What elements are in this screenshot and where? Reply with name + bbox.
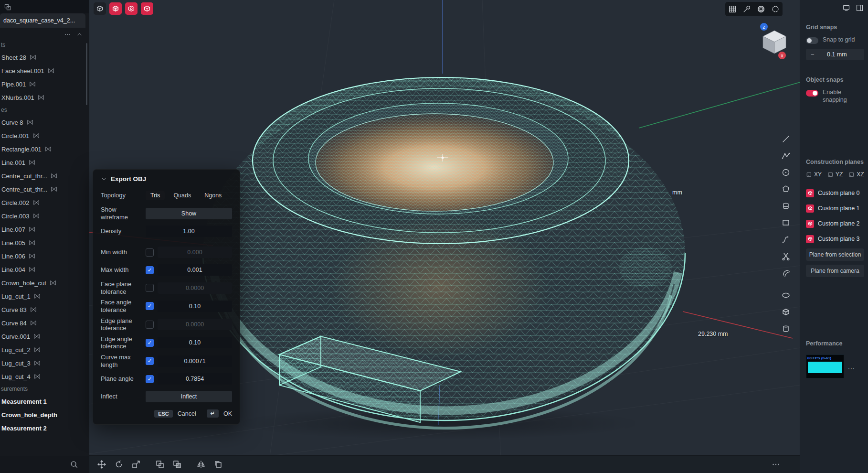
layout-button[interactable]	[855, 3, 864, 12]
list-item[interactable]: Circle.003	[0, 209, 89, 223]
navigation-cube[interactable]: z x	[759, 22, 793, 59]
viewport-settings-button[interactable]	[94, 2, 106, 15]
topology-option-tris[interactable]: Tris	[146, 191, 165, 200]
tools-button[interactable]	[741, 3, 752, 15]
performance-more-button[interactable]: ...	[848, 363, 855, 370]
cylinder-tool-button[interactable]	[779, 322, 793, 336]
box-tool-button[interactable]	[779, 305, 793, 319]
list-item[interactable]: Line.004	[0, 263, 89, 276]
base-plane-xz[interactable]: XZ	[848, 171, 864, 178]
face-angle-tolerance-checkbox[interactable]: ✓	[146, 302, 154, 310]
plane-angle-input[interactable]: 0.7854	[158, 373, 232, 385]
topology-option-quads[interactable]: Quads	[169, 191, 196, 200]
grid-step-stepper[interactable]: − 0.1 mm	[806, 49, 864, 60]
duplicate-button[interactable]	[211, 457, 225, 472]
list-item[interactable]: Circle.002	[0, 196, 89, 209]
list-item[interactable]: Lug_cut_1	[0, 290, 89, 303]
face-plane-tolerance-input[interactable]: 0.0000	[158, 282, 232, 294]
list-item[interactable]: Rectangle.001	[0, 142, 89, 156]
boolean-union-button[interactable]	[153, 457, 167, 472]
list-item[interactable]: Line.001	[0, 156, 89, 169]
chevron-down-icon[interactable]	[101, 176, 107, 182]
rectangle-tool-button[interactable]	[779, 215, 793, 230]
face-angle-tolerance-input[interactable]: 0.10	[158, 301, 232, 312]
list-item[interactable]: Lug_cut_4	[0, 370, 89, 383]
density-input[interactable]: 1.00	[146, 226, 232, 237]
snap-circle-button[interactable]	[770, 3, 781, 15]
scrollbar[interactable]	[86, 43, 87, 105]
chevron-up-icon[interactable]	[76, 30, 83, 37]
show-wireframe-button[interactable]: Show	[146, 208, 232, 219]
line-tool-button[interactable]	[779, 132, 793, 146]
edge-angle-tolerance-input[interactable]: 0.10	[158, 337, 232, 348]
app-icon[interactable]	[4, 3, 11, 11]
list-item[interactable]: Curve 8	[0, 116, 89, 129]
decrement-button[interactable]: −	[811, 51, 815, 58]
rotate-tool-button[interactable]	[112, 457, 126, 472]
list-item[interactable]: Lug_cut_3	[0, 356, 89, 370]
polyline-tool-button[interactable]	[779, 149, 793, 163]
mirror-button[interactable]	[194, 457, 208, 472]
enable-snapping-toggle[interactable]	[806, 90, 818, 97]
list-item[interactable]: Crown_hole_depth	[0, 408, 89, 421]
polygon-tool-button[interactable]	[779, 182, 793, 196]
watch-case-model[interactable]	[203, 77, 685, 440]
edge-plane-tolerance-input[interactable]: 0.0000	[158, 319, 232, 330]
curve-max-length-input[interactable]: 0.00071	[158, 355, 232, 367]
min-width-input[interactable]: 0.000	[158, 247, 232, 258]
max-width-checkbox[interactable]: ✓	[146, 266, 154, 274]
dots-horizontal-icon[interactable]	[64, 30, 71, 37]
scale-tool-button[interactable]	[129, 457, 143, 472]
mode-material-button[interactable]	[125, 2, 138, 15]
circle-tool-button[interactable]	[779, 165, 793, 180]
ok-button[interactable]: OK	[223, 410, 232, 417]
list-item[interactable]: Circle.001	[0, 129, 89, 142]
list-item[interactable]: Crown_hole_cut	[0, 276, 89, 290]
list-item[interactable]: Line.006	[0, 249, 89, 263]
max-width-input[interactable]: 0.001	[158, 264, 232, 276]
plane-from-camera-button[interactable]: Plane from camera	[806, 265, 864, 277]
cancel-button[interactable]: Cancel	[178, 410, 196, 417]
curve-max-length-checkbox[interactable]: ✓	[146, 357, 154, 365]
list-item[interactable]: Line.007	[0, 223, 89, 236]
inflect-button[interactable]: Inflect	[146, 391, 232, 402]
edge-plane-tolerance-checkbox[interactable]	[146, 321, 154, 329]
snap-to-grid-toggle[interactable]	[806, 37, 818, 44]
list-item[interactable]: Line.005	[0, 236, 89, 249]
plane-from-selection-button[interactable]: Plane from selection	[806, 248, 864, 261]
spiral-tool-button[interactable]	[779, 199, 793, 213]
mode-wireframe-button[interactable]	[141, 2, 153, 15]
list-item[interactable]: Face sheet.001	[0, 64, 89, 77]
face-plane-tolerance-checkbox[interactable]	[146, 284, 154, 292]
min-width-checkbox[interactable]	[146, 248, 154, 257]
spline-tool-button[interactable]	[779, 232, 793, 247]
environment-button[interactable]	[755, 3, 767, 15]
move-tool-button[interactable]	[95, 457, 109, 472]
list-item[interactable]: Centre_cut_thr...	[0, 169, 89, 183]
custom-plane-item[interactable]: Custom plane 0	[806, 185, 864, 201]
file-tab[interactable]: daco_square_case_v4_2...	[0, 13, 85, 28]
magnifier-icon[interactable]	[70, 460, 78, 469]
base-plane-yz[interactable]: YZ	[827, 171, 843, 178]
esc-key-badge[interactable]: ESC	[154, 410, 173, 418]
base-plane-xy[interactable]: XY	[806, 171, 822, 178]
ellipse-tool-button[interactable]	[779, 288, 793, 302]
mode-solid-button[interactable]	[109, 2, 122, 15]
list-item[interactable]: Lug_cut_2	[0, 343, 89, 356]
grid-settings-button[interactable]	[727, 3, 738, 15]
list-item[interactable]: Sheet 28	[0, 51, 89, 64]
list-item[interactable]: XNurbs.001	[0, 91, 89, 104]
list-item[interactable]: Pipe.001	[0, 77, 89, 91]
list-item[interactable]: Curve 84	[0, 316, 89, 330]
toolbar-more-button[interactable]	[772, 460, 780, 471]
screen-button[interactable]	[841, 3, 851, 12]
list-item[interactable]: Measurement 2	[0, 421, 89, 433]
plane-angle-checkbox[interactable]: ✓	[146, 375, 154, 383]
list-item[interactable]: Curve.001	[0, 330, 89, 343]
custom-plane-item[interactable]: Custom plane 1	[806, 201, 864, 216]
enter-key-badge[interactable]: ↵	[207, 409, 219, 418]
list-item[interactable]: Centre_cut_thr...	[0, 183, 89, 196]
list-item[interactable]: Measurement 1	[0, 395, 89, 408]
custom-plane-item[interactable]: Custom plane 2	[806, 216, 864, 231]
trim-tool-button[interactable]	[779, 249, 793, 263]
